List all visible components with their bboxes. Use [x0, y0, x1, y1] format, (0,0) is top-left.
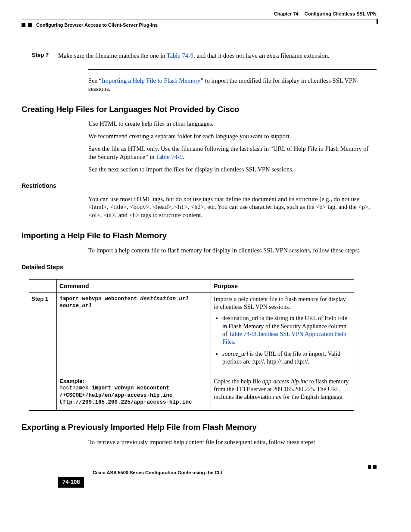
paragraph: See “Importing a Help File to Flash Memo…: [88, 77, 377, 93]
example-label: Example:: [59, 378, 208, 385]
heading-2: Exporting a Previously Imported Help Fil…: [22, 422, 377, 433]
paragraph: See the next section to import the files…: [88, 165, 377, 174]
text: , and that it does not have an extra fil…: [193, 52, 330, 59]
text-italic: app-access-hlp.inc: [262, 378, 308, 385]
th-command: Command: [57, 279, 211, 293]
section-header-row: Configuring Browser Access to Client-Ser…: [22, 22, 377, 28]
chapter-title: Configuring Clientless SSL VPN: [305, 11, 377, 16]
purpose-cell: Imports a help content file to flash mem…: [211, 293, 354, 375]
step-body: Make sure the filename matches the one i…: [58, 52, 377, 60]
footer-squares: [368, 465, 377, 469]
paragraph: To retrieve a previously imported help c…: [88, 438, 377, 446]
separator-rule: [88, 69, 377, 70]
prompt: hostname#: [59, 385, 92, 391]
th-purpose: Purpose: [211, 279, 354, 293]
text: See “: [88, 77, 102, 84]
text: for the English language.: [281, 394, 343, 400]
main-content: Step 7 Make sure the filename matches th…: [58, 52, 377, 488]
footer-square-icon: [373, 465, 377, 469]
footer-square-icon: [368, 465, 371, 469]
section-title: Configuring Browser Access to Client-Ser…: [36, 22, 158, 28]
cmd-keyword: import webvpn webcontent: [59, 296, 140, 302]
purpose-cell: Copies the help file app-access-hlp.inc …: [211, 375, 354, 411]
step-label: Step 7: [29, 52, 49, 60]
step-cell: Step 1: [29, 293, 57, 375]
text: Make sure the filename matches the one i…: [58, 52, 167, 59]
heading-2: Importing a Help File to Flash Memory: [22, 230, 377, 241]
header-square-icon: [22, 23, 25, 27]
heading-3: Detailed Steps: [22, 263, 377, 271]
guide-title: Cisco ASA 5500 Series Configuration Guid…: [93, 470, 377, 476]
bullet-list: destination_url is the string in the URL…: [214, 314, 351, 366]
footer-rule: [90, 468, 377, 468]
text: Imports a help content file to flash mem…: [214, 296, 351, 311]
heading-3: Restrictions: [22, 182, 377, 190]
table-link[interactable]: Table 74-9: [167, 52, 193, 59]
list-item: destination_url is the string in the URL…: [222, 314, 351, 346]
table-link[interactable]: Table 74-9Clientless SSL VPN Application…: [222, 331, 346, 345]
header-square-icon: [28, 23, 32, 27]
list-item: source_url is the URL of the file to imp…: [222, 350, 351, 366]
step-row: Step 7 Make sure the filename matches th…: [29, 52, 377, 60]
text-italic: not: [184, 196, 192, 202]
text: .: [183, 153, 184, 160]
cross-ref-link[interactable]: Importing a Help File to Flash Memory: [102, 77, 201, 84]
table-row: Step 1 import webvpn webcontent destinat…: [29, 293, 354, 375]
command-cell: import webvpn webcontent destination_url…: [57, 293, 211, 375]
page-number: 74-108: [58, 477, 84, 488]
th-blank: [29, 279, 57, 293]
header-rule: [22, 19, 377, 19]
chapter-number: Chapter 74: [274, 11, 299, 16]
text: You can use most HTML tags, but do: [88, 196, 184, 202]
heading-2: Creating Help Files for Languages Not Pr…: [22, 104, 377, 115]
paragraph: We recommend creating a separate folder …: [88, 132, 377, 140]
text: Copies the help file: [214, 378, 262, 385]
paragraph: Save the file as HTML only. Use the file…: [88, 145, 377, 161]
document-page: Chapter 74 Configuring Clientless SSL VP…: [0, 0, 411, 505]
command-table: Command Purpose Step 1 import webvpn web…: [29, 279, 354, 411]
paragraph: Use HTML to create help files in other l…: [88, 120, 377, 128]
header-marker: [377, 19, 378, 24]
text-italic: source_url: [222, 351, 248, 357]
table-link[interactable]: Table 74-9: [156, 153, 183, 160]
table-row: Example: hostname# import webvpn webcont…: [29, 375, 354, 411]
example-cell: Example: hostname# import webvpn webcont…: [57, 375, 211, 411]
paragraph: You can use most HTML tags, but do not u…: [88, 195, 377, 220]
table-header-row: Command Purpose: [29, 279, 354, 293]
running-header: Chapter 74 Configuring Clientless SSL VP…: [22, 11, 377, 16]
step-cell-empty: [29, 375, 57, 411]
paragraph: To import a help content file to flash m…: [88, 246, 377, 255]
text: .: [234, 339, 236, 345]
text-italic: en: [276, 394, 281, 400]
page-footer: Cisco ASA 5500 Series Configuration Guid…: [58, 468, 377, 488]
text: Save the file as HTML only. Use the file…: [88, 145, 368, 160]
